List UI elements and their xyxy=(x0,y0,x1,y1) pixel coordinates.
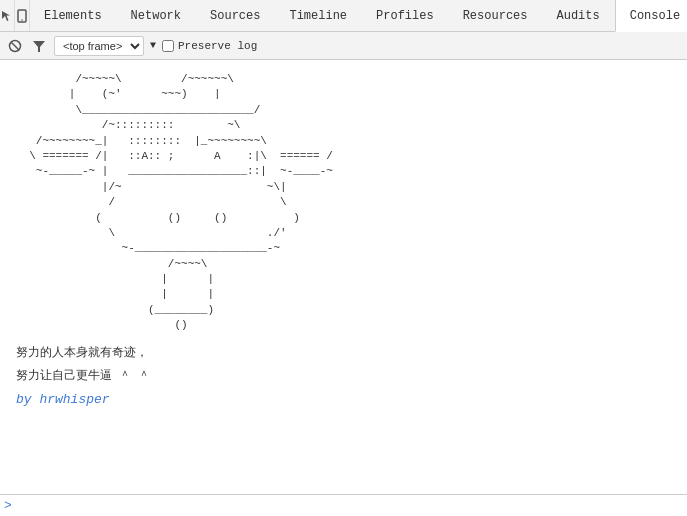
frame-selector-arrow: ▼ xyxy=(150,40,156,51)
console-prompt: > xyxy=(4,498,16,513)
tab-elements[interactable]: Elements xyxy=(30,0,117,31)
console-input-field[interactable] xyxy=(16,499,683,513)
tab-timeline-label: Timeline xyxy=(289,9,347,23)
block-icon xyxy=(8,39,22,53)
tab-sources[interactable]: Sources xyxy=(196,0,275,31)
console-input-bar: > xyxy=(0,494,687,516)
preserve-log-label: Preserve log xyxy=(178,40,257,52)
svg-marker-4 xyxy=(33,41,45,52)
tab-audits-label: Audits xyxy=(556,9,599,23)
message-line-2: 努力让自己更牛逼 ＾ ＾ xyxy=(0,365,687,388)
frame-selector[interactable]: <top frame> xyxy=(54,36,144,56)
cursor-icon xyxy=(0,9,14,23)
tab-timeline[interactable]: Timeline xyxy=(275,0,362,31)
message-line-3: by hrwhisper xyxy=(0,388,687,413)
svg-line-3 xyxy=(11,42,19,50)
tab-console-label: Console xyxy=(630,9,680,23)
console-toolbar: <top frame> ▼ Preserve log xyxy=(0,32,687,60)
funnel-icon xyxy=(32,39,46,53)
filter-icon[interactable] xyxy=(30,37,48,55)
preserve-log-checkbox[interactable] xyxy=(162,40,174,52)
tab-elements-label: Elements xyxy=(44,9,102,23)
tab-network-label: Network xyxy=(131,9,181,23)
tab-resources-label: Resources xyxy=(463,9,528,23)
mobile-icon xyxy=(15,9,29,23)
svg-point-1 xyxy=(21,19,23,21)
tab-resources[interactable]: Resources xyxy=(449,0,543,31)
tab-profiles[interactable]: Profiles xyxy=(362,0,449,31)
devtools-icon-2[interactable] xyxy=(15,0,30,31)
devtools-icon-1[interactable] xyxy=(0,0,15,31)
message-line-1: 努力的人本身就有奇迹， xyxy=(0,342,687,365)
preserve-log-group: Preserve log xyxy=(162,40,257,52)
clear-console-icon[interactable] xyxy=(6,37,24,55)
tab-sources-label: Sources xyxy=(210,9,260,23)
tab-audits[interactable]: Audits xyxy=(542,0,614,31)
console-output: /~~~~~\ /~~~~~~\ | (~' ~~~) | \_________… xyxy=(0,60,687,494)
tab-network[interactable]: Network xyxy=(117,0,196,31)
ascii-art-display: /~~~~~\ /~~~~~~\ | (~' ~~~) | \_________… xyxy=(0,64,687,342)
tab-bar: Elements Network Sources Timeline Profil… xyxy=(0,0,687,32)
tab-profiles-label: Profiles xyxy=(376,9,434,23)
tab-console[interactable]: Console xyxy=(615,0,687,32)
